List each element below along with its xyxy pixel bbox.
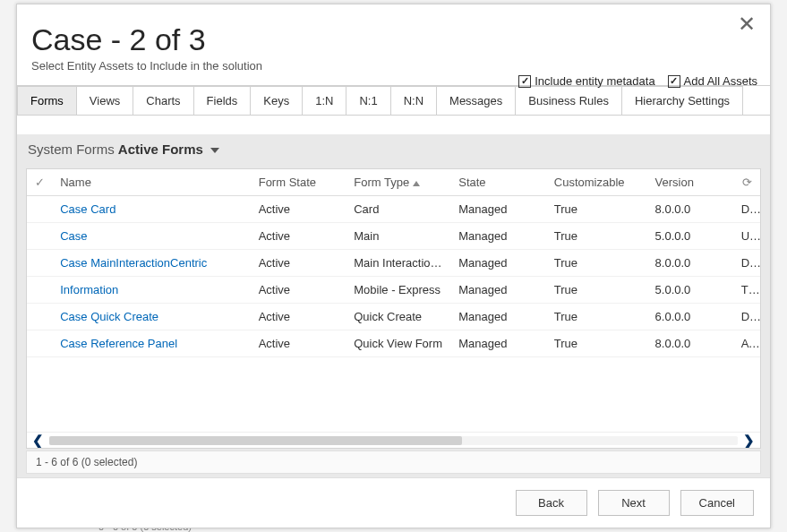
- row-name-link[interactable]: Case Card: [53, 196, 251, 223]
- row-version: 8.0.0.0: [648, 196, 734, 223]
- row-desc: Def: [734, 250, 760, 277]
- row-formtype: Quick View Form: [346, 330, 451, 357]
- row-formtype: Quick Create: [346, 304, 451, 330]
- row-desc: A fo: [734, 330, 760, 357]
- tab-charts[interactable]: Charts: [133, 86, 193, 116]
- row-version: 6.0.0.0: [648, 304, 734, 330]
- col-name[interactable]: Name: [53, 169, 251, 196]
- row-formstate: Active: [252, 196, 347, 223]
- record-count-status: 1 - 6 of 6 (0 selected): [26, 450, 761, 474]
- horizontal-scrollbar[interactable]: ❮ ❯: [27, 432, 760, 448]
- page-title: Case - 2 of 3: [31, 22, 752, 57]
- row-desc: Def: [734, 196, 760, 223]
- page-subtitle: Select Entity Assets to Include in the s…: [31, 59, 752, 73]
- scrollbar-track[interactable]: [49, 436, 738, 445]
- row-version: 5.0.0.0: [648, 223, 734, 250]
- back-button[interactable]: Back: [516, 490, 587, 516]
- scroll-left-icon[interactable]: ❮: [32, 433, 44, 449]
- next-button[interactable]: Next: [598, 490, 670, 516]
- row-formtype: Main: [346, 223, 451, 250]
- table-row[interactable]: Case MainInteractionCentric Active Main …: [27, 250, 760, 277]
- sort-ascending-icon: [413, 181, 420, 186]
- select-all-checkbox[interactable]: ✓: [27, 169, 53, 196]
- col-form-type-label: Form Type: [354, 176, 409, 189]
- header-options: ✓ Include entity metadata ✓ Add All Asse…: [518, 74, 757, 88]
- wizard-dialog: ✕ Case - 2 of 3 Select Entity Assets to …: [16, 4, 771, 528]
- row-customizable: True: [547, 250, 648, 277]
- row-name-link[interactable]: Case Reference Panel: [53, 330, 251, 357]
- row-name-link[interactable]: Case Quick Create: [53, 304, 251, 330]
- row-customizable: True: [547, 196, 648, 223]
- row-formstate: Active: [252, 250, 347, 277]
- tab-nn[interactable]: N:N: [391, 86, 437, 116]
- row-version: 5.0.0.0: [648, 277, 734, 304]
- view-picker[interactable]: System Forms Active Forms: [17, 134, 770, 160]
- col-state[interactable]: State: [451, 169, 547, 196]
- table-row[interactable]: Information Active Mobile - Express Mana…: [27, 277, 760, 304]
- col-version[interactable]: Version: [648, 169, 734, 196]
- include-metadata-option[interactable]: ✓ Include entity metadata: [518, 74, 654, 88]
- tabstrip-filler: [743, 86, 770, 116]
- tab-1n[interactable]: 1:N: [303, 86, 346, 116]
- checkbox-icon[interactable]: ✓: [668, 75, 680, 88]
- table-header-row: ✓ Name Form State Form Type State Custom…: [27, 169, 760, 196]
- tab-forms[interactable]: Forms: [17, 86, 77, 116]
- scroll-right-icon[interactable]: ❯: [743, 433, 755, 449]
- table-row[interactable]: Case Reference Panel Active Quick View F…: [27, 330, 760, 357]
- add-all-assets-label: Add All Assets: [684, 74, 757, 88]
- row-customizable: True: [547, 330, 648, 357]
- row-formstate: Active: [252, 223, 347, 250]
- table-row[interactable]: Case Card Active Card Managed True 8.0.0…: [27, 196, 760, 223]
- row-state: Managed: [451, 330, 547, 357]
- col-form-state[interactable]: Form State: [252, 169, 347, 196]
- forms-table: ✓ Name Form State Form Type State Custom…: [27, 169, 760, 357]
- row-name-link[interactable]: Case MainInteractionCentric: [53, 250, 251, 277]
- close-button[interactable]: ✕: [738, 13, 756, 35]
- tab-views[interactable]: Views: [77, 86, 133, 116]
- row-desc: Upd: [734, 223, 760, 250]
- tab-keys[interactable]: Keys: [251, 86, 303, 116]
- row-version: 8.0.0.0: [648, 330, 734, 357]
- tab-n1[interactable]: N:1: [346, 86, 390, 116]
- row-name-link[interactable]: Case: [53, 223, 251, 250]
- row-desc: Def: [734, 304, 760, 330]
- tab-fields[interactable]: Fields: [194, 86, 252, 116]
- row-formtype: Mobile - Express: [346, 277, 451, 304]
- tab-messages[interactable]: Messages: [437, 86, 516, 116]
- chevron-down-icon: [210, 148, 219, 153]
- grid-area: System Forms Active Forms ✓ Name Form St…: [17, 133, 770, 477]
- row-formstate: Active: [252, 304, 347, 330]
- include-metadata-label: Include entity metadata: [535, 74, 654, 88]
- view-prefix: System Forms: [28, 142, 115, 157]
- table-row[interactable]: Case Active Main Managed True 5.0.0.0 Up…: [27, 223, 760, 250]
- refresh-button[interactable]: ⟳: [734, 169, 760, 196]
- scrollbar-thumb[interactable]: [49, 436, 462, 445]
- row-formstate: Active: [252, 277, 347, 304]
- row-state: Managed: [451, 250, 547, 277]
- row-customizable: True: [547, 277, 648, 304]
- row-state: Managed: [451, 304, 547, 330]
- checkbox-icon[interactable]: ✓: [518, 75, 531, 88]
- col-customizable[interactable]: Customizable: [547, 169, 648, 196]
- row-version: 8.0.0.0: [648, 250, 734, 277]
- dialog-header: Case - 2 of 3 Select Entity Assets to In…: [17, 4, 770, 80]
- row-state: Managed: [451, 277, 547, 304]
- row-state: Managed: [451, 223, 547, 250]
- forms-grid: ✓ Name Form State Form Type State Custom…: [26, 168, 761, 449]
- row-formstate: Active: [252, 330, 347, 357]
- table-body: Case Card Active Card Managed True 8.0.0…: [27, 196, 760, 357]
- tab-business-rules[interactable]: Business Rules: [516, 86, 622, 116]
- row-formtype: Main Interaction...: [346, 250, 451, 277]
- row-state: Managed: [451, 196, 547, 223]
- row-formtype: Card: [346, 196, 451, 223]
- cancel-button[interactable]: Cancel: [680, 490, 754, 516]
- add-all-assets-option[interactable]: ✓ Add All Assets: [668, 74, 757, 88]
- tabstrip: Forms Views Charts Fields Keys 1:N N:1 N…: [17, 85, 770, 116]
- row-name-link[interactable]: Information: [53, 277, 251, 304]
- tab-hierarchy-settings[interactable]: Hierarchy Settings: [622, 86, 743, 116]
- row-customizable: True: [547, 223, 648, 250]
- wizard-footer: Back Next Cancel: [17, 477, 770, 528]
- col-form-type[interactable]: Form Type: [346, 169, 451, 196]
- table-row[interactable]: Case Quick Create Active Quick Create Ma…: [27, 304, 760, 330]
- row-customizable: True: [547, 304, 648, 330]
